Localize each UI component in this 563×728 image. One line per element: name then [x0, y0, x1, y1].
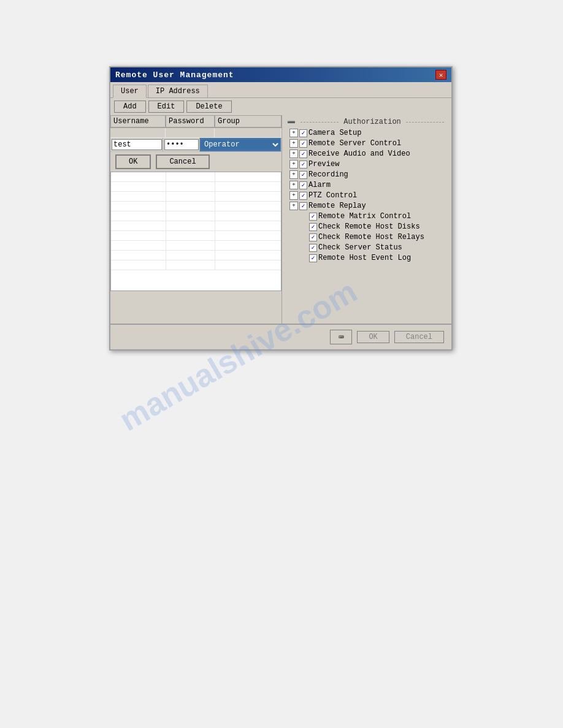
right-panel: ➖ Authorization + Camera Setup + Remote … — [282, 115, 451, 324]
expand-ptz[interactable]: + — [289, 191, 298, 200]
label-check-relays: Check Remote Host Relays — [318, 233, 424, 241]
d5c1 — [111, 211, 166, 221]
label-event-log: Remote Host Event Log — [318, 254, 411, 262]
auth-item-camera-setup: + Camera Setup — [287, 129, 446, 137]
dialog-title: Remote User Management — [115, 70, 234, 80]
auth-collapse-icon[interactable]: ➖ — [287, 118, 296, 126]
expand-receive-audio[interactable]: + — [289, 150, 298, 158]
d8c1 — [111, 241, 166, 250]
checkbox-remote-matrix[interactable] — [309, 213, 317, 221]
empty-cell-3 — [215, 128, 282, 137]
d6c1 — [111, 221, 166, 230]
auth-item-alarm: + Alarm — [287, 181, 446, 189]
auth-item-recording: + Recording — [287, 170, 446, 179]
tab-ip-address[interactable]: IP Address — [148, 85, 208, 97]
d10c1 — [111, 260, 166, 270]
username-cell — [110, 138, 163, 151]
label-check-server: Check Server Status — [318, 243, 402, 252]
checkbox-check-relays[interactable] — [309, 233, 317, 241]
table-header: Username Password Group — [110, 115, 282, 128]
label-recording: Recording — [308, 170, 348, 179]
d4c2 — [166, 202, 215, 211]
expand-recording[interactable]: + — [289, 170, 298, 179]
dialog-wrapper: Remote User Management ✕ User IP Address… — [109, 66, 453, 351]
col-group: Group — [215, 115, 282, 127]
expand-remote-replay[interactable]: + — [289, 202, 298, 210]
cancel-button[interactable]: Cancel — [156, 154, 209, 169]
d1c3 — [215, 172, 281, 181]
main-content: Username Password Group — [110, 115, 451, 324]
label-check-disks: Check Remote Host Disks — [318, 222, 420, 231]
d6c2 — [166, 221, 215, 230]
checkbox-receive-audio[interactable] — [299, 150, 307, 158]
username-input[interactable] — [112, 139, 162, 150]
checkbox-remote-server[interactable] — [299, 140, 307, 148]
keyboard-button[interactable]: ⌨ — [330, 330, 352, 344]
d9c3 — [215, 251, 281, 260]
data-row-9 — [111, 251, 281, 260]
data-row-6 — [111, 221, 281, 231]
auth-item-remote-matrix: Remote Matrix Control — [287, 212, 446, 221]
d8c3 — [215, 241, 281, 250]
d7c3 — [215, 231, 281, 240]
d4c3 — [215, 202, 281, 211]
bottom-cancel-button[interactable]: Cancel — [394, 331, 444, 343]
checkbox-preview[interactable] — [299, 161, 307, 169]
col-password: Password — [166, 115, 215, 127]
label-alarm: Alarm — [308, 181, 331, 189]
d2c2 — [166, 182, 215, 191]
ok-button[interactable]: OK — [115, 154, 151, 169]
tab-user[interactable]: User — [113, 85, 147, 98]
d7c2 — [166, 231, 215, 240]
expand-alarm[interactable]: + — [289, 181, 298, 189]
d10c2 — [166, 260, 215, 270]
left-panel: Username Password Group — [110, 115, 282, 324]
keyboard-icon: ⌨ — [339, 332, 343, 343]
edit-button[interactable]: Edit — [148, 100, 185, 113]
d9c1 — [111, 251, 166, 260]
auth-item-check-disks: Check Remote Host Disks — [287, 222, 446, 231]
d8c2 — [166, 241, 215, 250]
checkbox-check-disks[interactable] — [309, 223, 317, 231]
label-receive-audio: Receive Audio and Video — [308, 150, 410, 158]
label-remote-replay: Remote Replay — [308, 202, 366, 210]
expand-preview[interactable]: + — [289, 160, 298, 169]
checkbox-recording[interactable] — [299, 171, 307, 179]
label-remote-matrix: Remote Matrix Control — [318, 212, 411, 221]
auth-header: ➖ Authorization — [287, 118, 446, 126]
delete-button[interactable]: Delete — [186, 100, 231, 113]
bottom-ok-button[interactable]: OK — [357, 331, 389, 343]
checkbox-alarm[interactable] — [299, 181, 307, 189]
auth-item-remote-server: + Remote Server Control — [287, 139, 446, 148]
d2c1 — [111, 182, 166, 191]
expand-remote-server[interactable]: + — [289, 139, 298, 148]
label-ptz: PTZ Control — [308, 191, 357, 200]
label-preview: Preview — [308, 160, 339, 169]
d9c2 — [166, 251, 215, 260]
checkbox-ptz[interactable] — [299, 192, 307, 200]
checkbox-camera-setup[interactable] — [299, 129, 307, 137]
group-select[interactable]: Operator Admin User — [200, 138, 281, 151]
d6c3 — [215, 221, 281, 230]
d10c3 — [215, 260, 281, 270]
bottom-bar: ⌨ OK Cancel — [110, 324, 451, 349]
col-username: Username — [110, 115, 166, 127]
auth-item-ptz: + PTZ Control — [287, 191, 446, 200]
data-row-3 — [111, 192, 281, 202]
expand-camera-setup[interactable]: + — [289, 129, 298, 137]
checkbox-event-log[interactable] — [309, 254, 317, 262]
empty-row-1 — [110, 128, 282, 138]
auth-label: Authorization — [343, 118, 401, 126]
add-button[interactable]: Add — [114, 100, 146, 113]
empty-cell-2 — [166, 128, 215, 137]
checkbox-check-server[interactable] — [309, 244, 317, 252]
password-input[interactable] — [164, 139, 199, 150]
user-input-row: Operator Admin User — [110, 138, 282, 152]
title-bar: Remote User Management ✕ — [110, 67, 451, 82]
dialog: Remote User Management ✕ User IP Address… — [109, 66, 453, 351]
d2c3 — [215, 182, 281, 191]
d7c1 — [111, 231, 166, 240]
checkbox-remote-replay[interactable] — [299, 202, 307, 210]
close-button[interactable]: ✕ — [435, 70, 446, 80]
auth-item-check-relays: Check Remote Host Relays — [287, 233, 446, 241]
